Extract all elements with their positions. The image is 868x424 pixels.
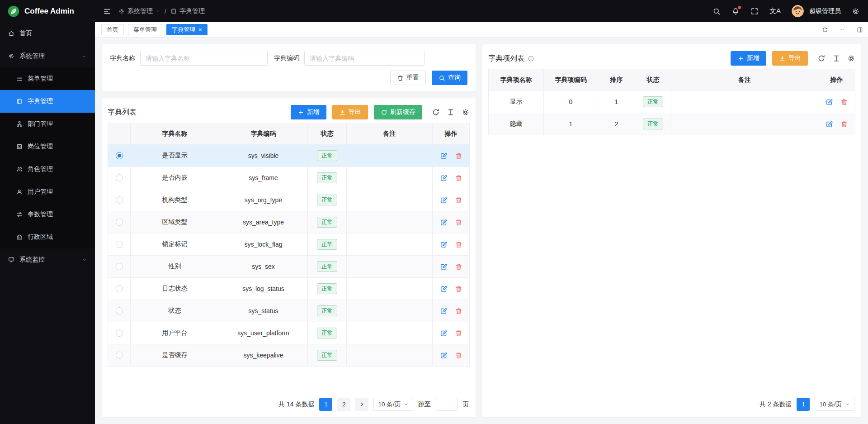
chevron-down-icon[interactable] xyxy=(834,22,851,37)
table-row[interactable]: 状态 sys_status 正常 xyxy=(108,300,470,322)
edit-icon[interactable] xyxy=(440,263,448,271)
bell-icon[interactable] xyxy=(731,7,740,15)
edit-icon[interactable] xyxy=(440,152,448,160)
dict-name-input[interactable] xyxy=(140,51,268,66)
refresh-icon[interactable] xyxy=(816,22,834,37)
search-icon[interactable] xyxy=(712,7,721,15)
reload-table-icon[interactable] xyxy=(432,108,440,116)
row-density-icon[interactable] xyxy=(447,108,455,116)
edit-icon[interactable] xyxy=(440,241,448,248)
delete-icon[interactable] xyxy=(455,219,462,226)
delete-icon[interactable] xyxy=(455,263,462,271)
delete-icon[interactable] xyxy=(840,120,848,128)
row-select-radio[interactable] xyxy=(116,329,123,337)
row-select-radio[interactable] xyxy=(116,152,123,159)
table-row[interactable]: 性别 sys_sex 正常 xyxy=(108,256,470,278)
table-settings-gear-icon[interactable] xyxy=(847,54,855,62)
breadcrumb-system[interactable]: 系统管理 xyxy=(118,7,160,15)
table-row[interactable]: 隐藏 1 2 正常 xyxy=(489,113,855,135)
page-button-2[interactable]: 2 xyxy=(337,398,350,411)
add-dict-item-button[interactable]: 新增 xyxy=(731,51,766,66)
sidebar-item-dict-mgmt[interactable]: 字典管理 xyxy=(0,90,95,113)
gear-icon[interactable] xyxy=(852,7,860,15)
table-row[interactable]: 机构类型 sys_org_type 正常 xyxy=(108,189,470,211)
row-select-radio[interactable] xyxy=(116,263,123,270)
row-select-radio[interactable] xyxy=(116,219,123,226)
sidebar-item-role-mgmt[interactable]: 角色管理 xyxy=(0,158,95,181)
sidebar-item-post-mgmt[interactable]: 岗位管理 xyxy=(0,135,95,158)
sidebar-item-dept-mgmt[interactable]: 部门管理 xyxy=(0,113,95,135)
page-size-select[interactable]: 10 条/页 xyxy=(373,398,413,411)
sidebar-item-region-mgmt[interactable]: 行政区域 xyxy=(0,226,95,248)
delete-icon[interactable] xyxy=(840,98,848,106)
reload-table-icon[interactable] xyxy=(817,54,826,62)
delete-icon[interactable] xyxy=(455,241,462,248)
table-row[interactable]: 用户平台 sys_user_platform 正常 xyxy=(108,322,470,344)
delete-icon[interactable] xyxy=(455,174,462,182)
page-button-1[interactable]: 1 xyxy=(797,398,810,411)
tab-home[interactable]: 首页 xyxy=(101,24,124,35)
tab-menu-mgmt[interactable]: 菜单管理 xyxy=(128,24,162,35)
delete-icon[interactable] xyxy=(455,196,462,204)
tab-dict-mgmt[interactable]: 字典管理 × xyxy=(166,24,208,35)
avatar[interactable] xyxy=(792,5,804,17)
table-row[interactable]: 显示 0 1 正常 xyxy=(489,91,855,113)
table-row[interactable]: 日志状态 sys_log_status 正常 xyxy=(108,278,470,300)
page-size-select[interactable]: 10 条/页 xyxy=(815,398,854,411)
next-page-button[interactable] xyxy=(355,398,368,411)
delete-icon[interactable] xyxy=(455,307,462,315)
jump-page-input[interactable] xyxy=(436,398,458,411)
sidebar-item-param-mgmt[interactable]: 参数管理 xyxy=(0,203,95,226)
edit-icon[interactable] xyxy=(440,219,448,226)
edit-icon[interactable] xyxy=(440,352,448,359)
add-dict-button[interactable]: 新增 xyxy=(291,105,326,119)
row-select-radio[interactable] xyxy=(116,285,123,292)
table-settings-gear-icon[interactable] xyxy=(462,108,470,116)
refresh-cache-button[interactable]: 刷新缓存 xyxy=(374,105,422,119)
sidebar-item-monitor[interactable]: 系统监控 xyxy=(0,248,95,271)
dict-name-form-item: 字典名称 xyxy=(110,51,268,66)
table-row[interactable]: 锁定标记 sys_lock_flag 正常 xyxy=(108,233,470,256)
edit-icon[interactable] xyxy=(440,196,448,204)
row-select-radio[interactable] xyxy=(116,174,123,181)
edit-icon[interactable] xyxy=(440,174,448,182)
current-user-name[interactable]: 超级管理员 xyxy=(809,7,841,15)
row-select-radio[interactable] xyxy=(116,241,123,248)
table-row[interactable]: 是否内嵌 sys_frame 正常 xyxy=(108,167,470,189)
edit-icon[interactable] xyxy=(826,120,833,128)
table-row[interactable]: 区域类型 sys_area_type 正常 xyxy=(108,211,470,233)
delete-icon[interactable] xyxy=(455,285,462,293)
export-dict-item-button[interactable]: 导出 xyxy=(772,51,808,66)
row-select-radio[interactable] xyxy=(116,352,123,359)
chevron-down-icon xyxy=(156,9,160,14)
dict-code-input[interactable] xyxy=(304,51,425,66)
breadcrumb: 系统管理 / 字典管理 xyxy=(118,7,205,15)
collapse-sidebar-icon[interactable] xyxy=(103,7,111,15)
row-density-icon[interactable] xyxy=(832,54,840,62)
delete-icon[interactable] xyxy=(455,352,462,359)
row-select-radio[interactable] xyxy=(116,196,123,204)
add-label: 新增 xyxy=(747,54,760,62)
sidebar-item-user-mgmt[interactable]: 用户管理 xyxy=(0,181,95,203)
close-icon[interactable]: × xyxy=(198,27,202,33)
edit-icon[interactable] xyxy=(440,285,448,293)
badge-frame-icon xyxy=(16,143,23,150)
reset-button[interactable]: 重置 xyxy=(390,71,426,85)
row-select-radio[interactable] xyxy=(116,307,123,314)
expand-pane-icon[interactable] xyxy=(851,22,868,37)
sidebar-item-home[interactable]: 首页 xyxy=(0,22,95,45)
translate-icon[interactable]: 文A xyxy=(769,7,781,15)
query-button[interactable]: 查询 xyxy=(432,71,467,85)
fullscreen-icon[interactable] xyxy=(750,7,759,15)
page-button-1[interactable]: 1 xyxy=(319,398,332,411)
table-row[interactable]: 是否显示 sys_visible 正常 xyxy=(108,145,470,167)
sidebar-item-system[interactable]: 系统管理 xyxy=(0,45,95,67)
delete-icon[interactable] xyxy=(455,329,462,337)
delete-icon[interactable] xyxy=(455,152,462,160)
sidebar-item-menu-mgmt[interactable]: 菜单管理 xyxy=(0,67,95,90)
table-row[interactable]: 是否缓存 sys_keepalive 正常 xyxy=(108,344,470,367)
export-dict-button[interactable]: 导出 xyxy=(332,105,368,119)
edit-icon[interactable] xyxy=(440,329,448,337)
edit-icon[interactable] xyxy=(440,307,448,315)
edit-icon[interactable] xyxy=(826,98,833,106)
